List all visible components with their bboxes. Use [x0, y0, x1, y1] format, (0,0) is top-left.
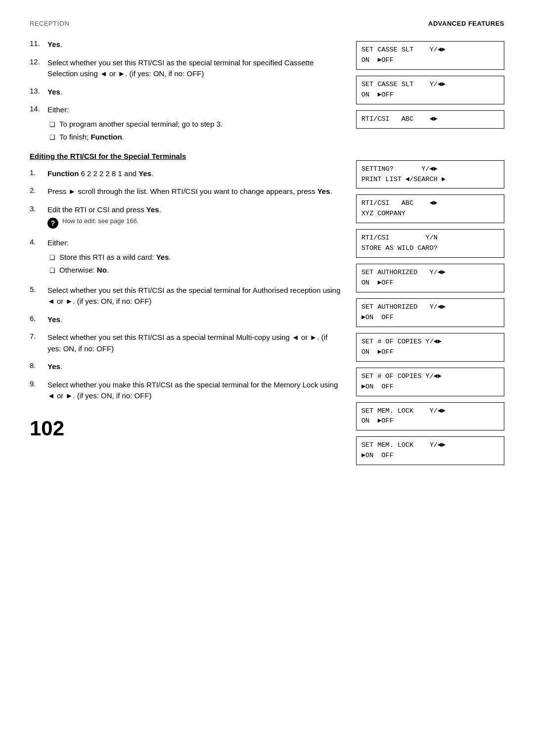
- lcd-box-9: SET # OF COPIES Y/◄► ON ►OFF: [356, 333, 504, 362]
- checkbox-icon-1: ❑: [49, 120, 55, 130]
- step-5-number: 5.: [30, 285, 44, 293]
- checkbox-icon-4: ❑: [49, 266, 55, 276]
- step-9-text: Select whether you make this RTI/CSI as …: [47, 379, 341, 402]
- step-2-text: Press ► scroll through the list. When RT…: [47, 186, 341, 197]
- lcd-box-1: SET CASSE SLT Y/◄► ON ►OFF: [356, 41, 504, 70]
- main-content: 11. Yes. 12. Select whether you set this…: [30, 39, 504, 465]
- step-3: 3. Edit the RTI or CSI and press Yes. ? …: [30, 204, 341, 231]
- step-5-content: Select whether you set this RTI/CSI as t…: [47, 285, 341, 307]
- step-13-text: Yes: [47, 88, 60, 96]
- step-13: 13. Yes.: [30, 87, 341, 98]
- step-9: 9. Select whether you make this RTI/CSI …: [30, 379, 341, 402]
- checkbox-icon-2: ❑: [49, 133, 55, 142]
- step-11: 11. Yes.: [30, 39, 341, 50]
- step-5: 5. Select whether you set this RTI/CSI a…: [30, 285, 341, 307]
- help-icon: ?: [47, 218, 58, 229]
- step-6: 6. Yes.: [30, 314, 341, 326]
- step-13-number: 13.: [30, 87, 44, 95]
- step-11-number: 11.: [30, 39, 44, 47]
- lcd-box-4: SETTING? Y/◄► PRINT LIST ◄/SEARCH ►: [356, 160, 504, 189]
- step-12-number: 12.: [30, 57, 44, 66]
- step-3-number: 3.: [30, 204, 44, 213]
- step-1-text: Function 6 2 2 2 2 8 1 and Yes.: [47, 168, 341, 180]
- step-6-number: 6.: [30, 314, 44, 323]
- step-12-text: Select whether you set this RTI/CSI as t…: [47, 57, 341, 80]
- lcd-box-6: RTI/CSI Y/N STORE AS WILD CARD?: [356, 229, 504, 258]
- step-9-number: 9.: [30, 379, 44, 388]
- spacer-1: [356, 135, 504, 154]
- step-8: 8. Yes.: [30, 361, 341, 373]
- step-9-content: Select whether you make this RTI/CSI as …: [47, 379, 341, 402]
- step-6-text: Yes: [47, 315, 60, 324]
- step-8-text: Yes: [47, 362, 60, 371]
- step-12-content: Select whether you set this RTI/CSI as t…: [47, 57, 341, 80]
- step-8-content: Yes.: [47, 361, 341, 373]
- step-14-sub-2: ❑ To finish; Function.: [49, 132, 341, 143]
- lcd-box-5: RTI/CSI ABC ◄► XYZ COMPANY: [356, 194, 504, 223]
- step-7-text: Select whether you set this RTI/CSI as a…: [47, 332, 341, 354]
- step-2-content: Press ► scroll through the list. When RT…: [47, 186, 341, 197]
- step-14-substeps: ❑ To program another special terminal; g…: [49, 119, 341, 143]
- lcd-box-3: RTI/CSI ABC ◄►: [356, 110, 504, 129]
- step-1: 1. Function 6 2 2 2 2 8 1 and Yes.: [30, 168, 341, 180]
- step-7: 7. Select whether you set this RTI/CSI a…: [30, 332, 341, 354]
- step-4: 4. Either: ❑ Store this RTI as a wild ca…: [30, 237, 341, 278]
- step-13-content: Yes.: [47, 87, 341, 98]
- step-1-number: 1.: [30, 168, 44, 177]
- lcd-box-7: SET AUTHORIZED Y/◄► ON ►OFF: [356, 264, 504, 292]
- step-14-sub-2-text: To finish; Function.: [59, 132, 124, 143]
- lcd-box-11: SET MEM. LOCK Y/◄► ON ►OFF: [356, 402, 504, 431]
- section-heading: Editing the RTI/CSI for the Special Term…: [30, 152, 341, 160]
- step-14-text: Either:: [47, 104, 341, 116]
- step-4-content: Either: ❑ Store this RTI as a wild card:…: [47, 237, 341, 278]
- step-2: 2. Press ► scroll through the list. When…: [30, 186, 341, 197]
- step-2-number: 2.: [30, 186, 44, 194]
- step-8-number: 8.: [30, 361, 44, 370]
- page-number: 102: [30, 417, 341, 440]
- step-14-sub-1-text: To program another special terminal; go …: [59, 119, 222, 130]
- lcd-box-10: SET # OF COPIES Y/◄► ►ON OFF: [356, 368, 504, 396]
- step-4-text: Either:: [47, 237, 341, 249]
- step-4-sub-1-text: Store this RTI as a wild card: Yes.: [59, 252, 171, 263]
- step-4-substeps: ❑ Store this RTI as a wild card: Yes. ❑ …: [49, 252, 341, 276]
- step-14: 14. Either: ❑ To program another special…: [30, 104, 341, 145]
- step-14-content: Either: ❑ To program another special ter…: [47, 104, 341, 145]
- checkbox-icon-3: ❑: [49, 253, 55, 263]
- header-right: Advanced Features: [428, 20, 504, 27]
- left-column: 11. Yes. 12. Select whether you set this…: [30, 39, 341, 465]
- step-6-content: Yes.: [47, 314, 341, 326]
- step-7-content: Select whether you set this RTI/CSI as a…: [47, 332, 341, 354]
- lcd-box-8: SET AUTHORIZED Y/◄► ►ON OFF: [356, 298, 504, 327]
- step-11-text: Yes: [47, 40, 60, 48]
- step-3-content: Edit the RTI or CSI and press Yes. ? How…: [47, 204, 341, 231]
- step-11-content: Yes.: [47, 39, 341, 50]
- header-left: Reception: [30, 20, 69, 27]
- step-14-number: 14.: [30, 104, 44, 113]
- lcd-box-2: SET CASSE SLT Y/◄► ON ►OFF: [356, 76, 504, 104]
- step-1-content: Function 6 2 2 2 2 8 1 and Yes.: [47, 168, 341, 180]
- help-note: ? How to edit: see page 166.: [47, 217, 341, 229]
- step-7-number: 7.: [30, 332, 44, 340]
- help-note-text: How to edit: see page 166.: [62, 217, 139, 225]
- lcd-box-12: SET MEM. LOCK Y/◄► ►ON OFF: [356, 436, 504, 465]
- step-4-sub-1: ❑ Store this RTI as a wild card: Yes.: [49, 252, 341, 263]
- step-5-text: Select whether you set this RTI/CSI as t…: [47, 285, 341, 307]
- step-3-text: Edit the RTI or CSI and press Yes.: [47, 204, 341, 216]
- step-12: 12. Select whether you set this RTI/CSI …: [30, 57, 341, 80]
- step-4-sub-2-text: Otherwise: No.: [59, 265, 109, 276]
- step-4-number: 4.: [30, 237, 44, 246]
- step-14-sub-1: ❑ To program another special terminal; g…: [49, 119, 341, 130]
- right-column: SET CASSE SLT Y/◄► ON ►OFF SET CASSE SLT…: [356, 39, 504, 465]
- step-4-sub-2: ❑ Otherwise: No.: [49, 265, 341, 276]
